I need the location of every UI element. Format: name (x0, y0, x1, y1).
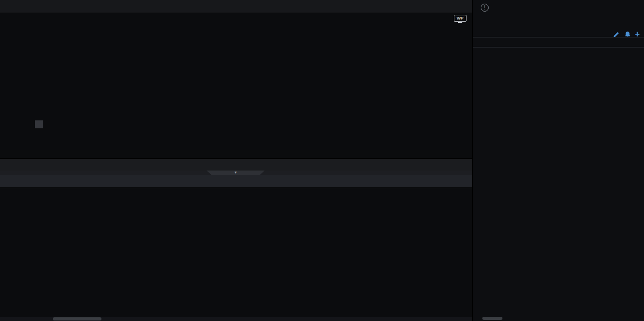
price-change (629, 17, 640, 26)
chart-section: WP ▾ (0, 13, 472, 321)
info-icon[interactable]: ! (481, 4, 489, 12)
quote-panel: ! + (472, 0, 644, 321)
wp-window-icon[interactable]: WP (454, 15, 466, 24)
table-header-row (0, 175, 472, 188)
indicator-tabs (0, 158, 472, 171)
trading-terminal: WP ▾ ! (0, 0, 644, 321)
weibi-row (478, 48, 640, 58)
splitter-collapse-handle[interactable]: ▾ (207, 171, 265, 175)
volume-ratio-chart[interactable] (33, 123, 438, 158)
nav-row[interactable] (473, 37, 644, 48)
intraday-chart[interactable] (33, 22, 438, 107)
horizontal-scrollbar[interactable] (0, 317, 472, 321)
panel-splitter: ▾ (0, 171, 472, 175)
close-icon[interactable] (456, 121, 467, 132)
panel-scrollbar-thumb[interactable] (482, 317, 502, 320)
constituents-table (0, 175, 472, 317)
scrollbar-thumb[interactable] (53, 317, 101, 320)
